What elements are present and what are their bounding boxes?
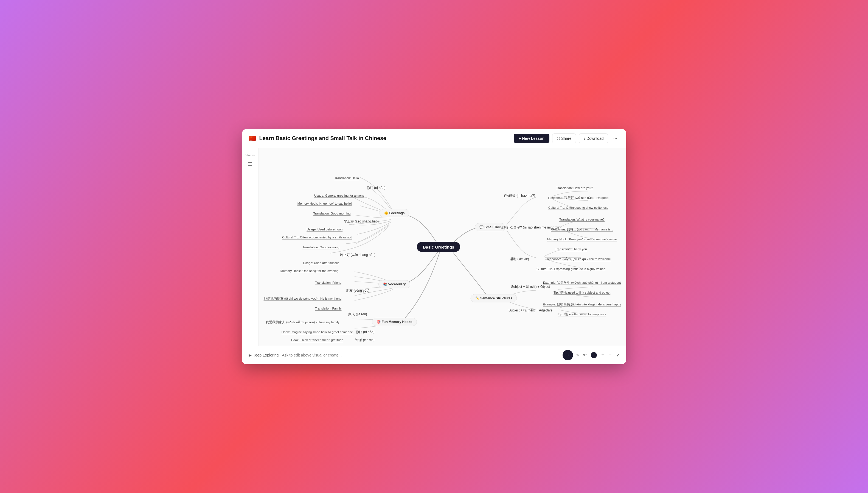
node-nihaoma: 你好吗? (nǐ hǎo ma?) xyxy=(504,193,535,198)
node-example-friend: 他是我的朋友 (tā shì wǒ de péng yǒu) - He is m… xyxy=(264,296,342,301)
node-hook-sheer: Hook: Think of 'sheer sheer' gratitude xyxy=(291,337,343,342)
greetings-node[interactable]: 🌞 Greetings xyxy=(380,209,409,217)
node-subj-hen: Subject + 很 (hěn) + Adjective xyxy=(508,307,552,313)
node-cultural-tip-smile: Cultural Tip: Often accompanied by a smi… xyxy=(282,235,352,239)
fun-memory-hooks-label: 🎯 Fun Memory Hooks xyxy=(372,318,417,326)
fun-memory-hooks-node[interactable]: 🎯 Fun Memory Hooks xyxy=(372,318,417,326)
greetings-label: 🌞 Greetings xyxy=(380,209,409,217)
vocabulary-label: 📚 Vocabulary xyxy=(379,280,410,288)
new-lesson-button[interactable]: + New Lesson xyxy=(514,134,549,143)
node-memory-knee: Memory Hook: 'Knee how' to say hello! xyxy=(297,201,352,206)
node-trans-family: Translation: Family xyxy=(315,306,342,310)
sidebar: Stories ☰ xyxy=(242,148,258,346)
node-trans-name: Translation: What is your name? xyxy=(559,217,604,222)
node-cultural-politeness: Cultural Tip: Often used to show politen… xyxy=(548,205,609,210)
download-button[interactable]: ↓ Download xyxy=(579,133,608,143)
expand-button[interactable]: ⤢ xyxy=(616,352,620,358)
node-tip-shi: Tip: '是' is used to link subject and obj… xyxy=(553,290,610,295)
menu-icon[interactable]: ☰ xyxy=(248,161,252,167)
node-usage-sunset: Usage: Used after sunset xyxy=(303,260,339,265)
node-hook-xiexie: 谢谢 (xiè xie) xyxy=(356,337,374,342)
node-hook-nihao: 你好 (nǐ hǎo) xyxy=(356,329,374,335)
node-trans-thankyou: Translation: Thank you xyxy=(555,246,587,251)
node-jiaren: 家人 (jiā rén) xyxy=(348,312,367,317)
edit-button[interactable]: ✎ Edit xyxy=(576,353,587,357)
color-circle[interactable] xyxy=(591,352,597,358)
node-pengyou: 朋友 (péng yǒu) xyxy=(346,287,369,293)
node-translation-hello: Translation: Hello xyxy=(335,175,359,180)
vocabulary-node[interactable]: 📚 Vocabulary xyxy=(379,280,410,288)
node-nihao: 你好 (nǐ hǎo) xyxy=(367,185,386,190)
node-tip-hen: Tip: '很' is often used for emphasis xyxy=(558,312,606,316)
mindmap-area: Basic Greetings 🌞 Greetings 📚 Vocabulary… xyxy=(258,148,626,346)
node-trans-friend: Translation: Friend xyxy=(315,280,341,285)
node-cultural-gratitude: Cultural Tip: Expressing gratitude is hi… xyxy=(536,266,606,271)
header: 🇨🇳 Learn Basic Greetings and Small Talk … xyxy=(242,129,626,148)
node-trans-good-evening: Translation: Good evening xyxy=(302,244,339,250)
node-wanshang: 晚上好 (wǎn shàng hǎo) xyxy=(340,252,375,257)
page-title: Learn Basic Greetings and Small Talk in … xyxy=(259,135,386,142)
node-resp-name: Response: 我叫... (wǒ jiào...) - My name i… xyxy=(551,227,613,232)
node-memory-one-song: Memory Hook: 'One song' for the evening! xyxy=(280,268,340,273)
node-example-family: 我爱我的家人 (wǒ ài wǒ de jiā rén) - I love my… xyxy=(266,319,340,324)
header-left: 🇨🇳 Learn Basic Greetings and Small Talk … xyxy=(249,135,514,142)
node-usage-general: Usage: General greeting for anyone xyxy=(314,193,364,198)
node-memory-knee-jow: Memory Hook: 'Knee jow' to ask someone's… xyxy=(547,236,617,241)
center-node[interactable]: Basic Greetings xyxy=(417,242,460,252)
keep-exploring-label: ▶ Keep Exploring xyxy=(249,353,279,357)
app-window: 🇨🇳 Learn Basic Greetings and Small Talk … xyxy=(242,129,626,364)
zoom-in-button[interactable]: + xyxy=(601,352,604,358)
node-resp-welcome: Response: 不客气 (bù kè qì) - You're welcom… xyxy=(546,256,611,261)
sentence-structures-node[interactable]: ✏️ Sentence Structures xyxy=(471,294,517,302)
more-button[interactable]: ··· xyxy=(611,134,619,143)
node-hook-knee: Hook: Imagine saying 'knee how' to greet… xyxy=(281,329,353,334)
node-resp-good: Response: 我很好 (wǒ hěn hǎo) - I'm good xyxy=(548,195,609,200)
sidebar-stories-label: Stories xyxy=(245,153,255,157)
footer-input[interactable] xyxy=(282,353,559,357)
center-node-label: Basic Greetings xyxy=(417,242,460,252)
zoom-out-button[interactable]: − xyxy=(609,352,612,358)
node-zaoshang: 早上好 (zǎo shàng hǎo) xyxy=(344,218,379,223)
node-xiexie-node: 谢谢 (xiè xie) xyxy=(510,256,529,261)
main-content: Stories ☰ xyxy=(242,148,626,346)
header-actions: + New Lesson ⬡ Share ↓ Download ··· xyxy=(514,133,619,143)
sentence-structures-label: ✏️ Sentence Structures xyxy=(471,294,517,302)
node-example-happy: Example: 他很高兴 (tā hěn gāo xìng) - He is … xyxy=(543,302,621,306)
share-button[interactable]: ⬡ Share xyxy=(552,133,576,143)
footer-submit-button[interactable]: → xyxy=(563,350,573,360)
node-trans-how: Translation: How are you? xyxy=(556,185,593,190)
footer: ▶ Keep Exploring → ✎ Edit + − ⤢ xyxy=(242,346,626,364)
node-usage-noon: Usage: Used before noon xyxy=(306,227,342,232)
node-trans-good-morning: Translation: Good morning xyxy=(313,211,351,216)
node-example-student: Example: 我是学生 (wǒ shì xué shēng) - I am … xyxy=(543,280,621,285)
footer-right: ✎ Edit + − ⤢ xyxy=(576,352,619,358)
flag-icon: 🇨🇳 xyxy=(249,135,256,142)
